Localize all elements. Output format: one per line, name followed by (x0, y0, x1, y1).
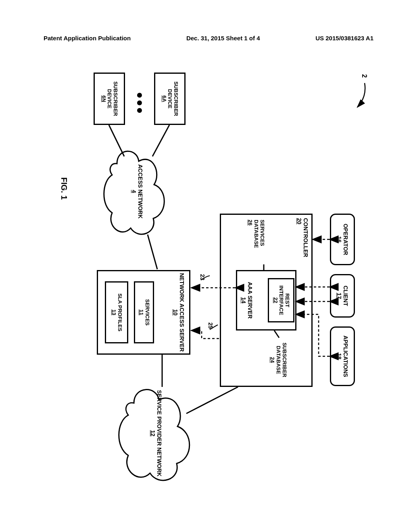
applications-box: APPLICATIONS 18 (330, 326, 355, 386)
sp-ref: 12 (150, 430, 156, 436)
link-23-label: 23 (199, 274, 206, 281)
svg-line-12 (148, 235, 157, 269)
controller-ref: 20 (296, 218, 302, 224)
sub-n-title: SUBSCRIBER DEVICE (106, 74, 119, 124)
subscriber-device-a: SUBSCRIBER DEVICE 6A (154, 73, 186, 125)
ellipsis-icon: ●●● (133, 92, 146, 115)
connectors (40, 56, 375, 492)
rest-ref: 22 (272, 297, 278, 303)
applications-title: APPLICATIONS (342, 335, 349, 377)
access-ref: 4 (131, 190, 137, 193)
controller-title: CONTROLLER (302, 218, 309, 257)
operator-ref: 16 (336, 236, 342, 243)
access-network-cloud: ACCESS NETWORK 4 (101, 145, 173, 238)
header-right: US 2015/0381623 A1 (315, 35, 373, 42)
sla-ref: 13 (111, 310, 117, 315)
client-ref: 17 (336, 293, 342, 299)
subscriber-db-ref: 24 (269, 357, 275, 363)
sla-box: SLA PROFILES 13 (105, 281, 128, 343)
sub-n-ref: 6N (100, 96, 106, 102)
rest-title: REST INTERFACE (278, 279, 290, 321)
aaa-ref: 14 (240, 297, 247, 303)
subscriber-db-title: SUBSCRIBER DATABASE (275, 343, 288, 377)
sp-title: SERVICE PROVIDER NETWORK (156, 390, 163, 476)
subscriber-device-n: SUBSCRIBER DEVICE 6N (94, 73, 125, 125)
client-box: CLIENT 17 (330, 274, 355, 318)
page-header: Patent Application Publication Dec. 31, … (0, 35, 413, 42)
aaa-title: AAA SERVER (247, 282, 253, 318)
services-title: SERVICES (144, 299, 150, 326)
services-db-ref: 26 (247, 220, 253, 225)
header-mid: Dec. 31, 2015 Sheet 1 of 4 (186, 35, 260, 42)
link-25-label: 25 (207, 322, 214, 329)
sp-network-cloud: SERVICE PROVIDER NETWORK 12 (114, 383, 198, 484)
services-ref: 11 (138, 310, 144, 315)
header-left: Patent Application Publication (44, 35, 131, 42)
system-ref-number: 2 (361, 74, 368, 78)
services-box: SERVICES 11 (134, 281, 154, 343)
access-title: ACCESS NETWORK (137, 164, 144, 219)
rest-interface-box: REST INTERFACE 22 (268, 278, 294, 322)
client-title: CLIENT (342, 286, 349, 306)
system-ref-arrow (40, 56, 375, 492)
diagram: 2 OPERATOR 16 CLIENT 17 APPLICATIONS 18 … (40, 56, 375, 492)
services-db-title: SERVICES DATABASE (253, 220, 265, 248)
nas-ref: 10 (172, 309, 179, 316)
sla-title: SLA PROFILES (117, 293, 123, 331)
nas-title: NETWORK ACCESS SERVER (179, 273, 185, 351)
applications-ref: 18 (336, 353, 342, 360)
sub-a-ref: 6A (161, 96, 167, 102)
sub-a-title: SUBSCRIBER DEVICE (167, 74, 179, 124)
operator-box: OPERATOR 16 (330, 214, 355, 265)
figure-label: FIG. 1 (59, 177, 69, 200)
operator-title: OPERATOR (342, 224, 349, 255)
